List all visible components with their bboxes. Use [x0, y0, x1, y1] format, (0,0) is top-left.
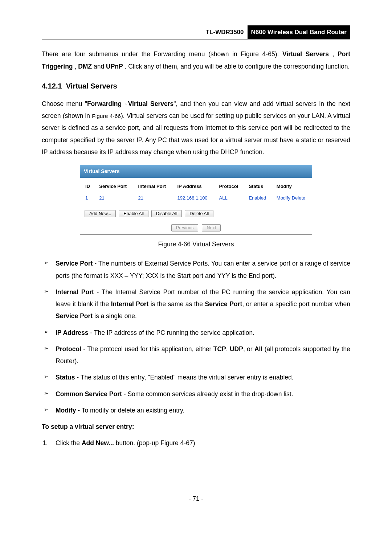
- def-b3: Service Port: [56, 312, 93, 320]
- previous-button: Previous: [171, 224, 199, 231]
- def-tail: is a single one.: [93, 312, 137, 320]
- desc-arrow: →: [122, 100, 128, 107]
- cell-internal-port: 21: [133, 192, 172, 204]
- step-number: 1.: [42, 437, 48, 449]
- setup-steps: 1. Click the Add New... button. (pop-up …: [42, 437, 350, 449]
- term-protocol: Protocol: [56, 345, 81, 353]
- term-modify: Modify: [56, 407, 76, 414]
- step-post: button. (pop-up Figure 4-67): [114, 439, 195, 447]
- intro-post: . Click any of them, and you will be abl…: [125, 63, 350, 70]
- intro-menu-virtual-servers: Virtual Servers: [282, 50, 329, 58]
- th-status: Status: [244, 181, 271, 193]
- table-row: 1 21 21 192.168.1.100 ALL Enabled Modify…: [80, 192, 312, 204]
- cell-status: Enabled: [244, 192, 271, 204]
- def-modify: - To modify or delete an existing entry.: [76, 407, 184, 414]
- panel-title: Virtual Servers: [80, 165, 312, 178]
- next-button: Next: [202, 224, 221, 231]
- virtual-servers-figure: Virtual Servers ID Service Port Internal…: [80, 165, 312, 235]
- list-item: Protocol - The protocol used for this ap…: [42, 343, 350, 368]
- header-product: N600 Wireless Dual Band Router: [248, 25, 350, 39]
- term-internal-port: Internal Port: [56, 288, 94, 296]
- cell-modify: Modify Delete: [271, 192, 312, 204]
- desc-menu-virtual-servers: Virtual Servers: [128, 100, 174, 107]
- term-common-service-port: Common Service Port: [56, 390, 122, 398]
- section-description: Choose menu "Forwarding→Virtual Servers"…: [42, 98, 350, 158]
- section-number: 4.12.1: [42, 82, 62, 90]
- def-pre: - The protocol used for this application…: [81, 345, 213, 353]
- th-service-port: Service Port: [94, 181, 133, 193]
- action-button-row: Add New... Enable All Disable All Delete…: [80, 204, 312, 221]
- def-udp: UDP: [230, 345, 243, 353]
- delete-all-button[interactable]: Delete All: [185, 210, 213, 217]
- intro-paragraph: There are four submenus under the Forwar…: [42, 48, 350, 73]
- definition-list: Service Port - The numbers of External S…: [42, 258, 350, 416]
- def-b1: Internal Port: [111, 300, 149, 308]
- intro-pre: There are four submenus under the Forwar…: [42, 50, 282, 58]
- setup-heading: To setup a virtual server entry:: [42, 421, 350, 433]
- enable-all-button[interactable]: Enable All: [119, 210, 148, 217]
- def-tcp: TCP: [213, 345, 226, 353]
- add-new-button[interactable]: Add New...: [85, 210, 116, 217]
- th-modify: Modify: [271, 181, 312, 193]
- virtual-servers-table: ID Service Port Internal Port IP Address…: [80, 181, 312, 204]
- intro-sep1: ,: [332, 50, 338, 58]
- cell-ip-address: 192.168.1.100: [172, 192, 214, 204]
- th-internal-port: Internal Port: [133, 181, 172, 193]
- intro-sep2: ,: [74, 63, 78, 70]
- term-status: Status: [56, 374, 75, 381]
- page-header: TL-WDR3500 N600 Wireless Dual Band Route…: [42, 25, 350, 40]
- nav-button-row: Previous Next: [80, 221, 312, 234]
- step-item: 1. Click the Add New... button. (pop-up …: [42, 437, 350, 449]
- def-sep1: ,: [226, 345, 230, 353]
- list-item: IP Address - The IP address of the PC ru…: [42, 327, 350, 339]
- def-b2: Service Port: [205, 300, 242, 308]
- def-mid: is the same as the: [148, 300, 205, 308]
- modify-link[interactable]: Modify: [277, 195, 290, 201]
- desc-figref: Figure 4-66: [92, 113, 121, 119]
- list-item: Status - The status of this entry, "Enab…: [42, 372, 350, 383]
- delete-link[interactable]: Delete: [292, 195, 306, 201]
- def-sep2: , or: [243, 345, 254, 353]
- list-item: Common Service Port - Some common servic…: [42, 388, 350, 400]
- list-item: Service Port - The numbers of External S…: [42, 258, 350, 282]
- th-ip-address: IP Address: [172, 181, 214, 193]
- intro-menu-upnp: UPnP: [106, 63, 123, 70]
- def-all: All: [254, 345, 262, 353]
- list-item: Internal Port - The Internal Service Por…: [42, 286, 350, 323]
- step-btn: Add New...: [82, 439, 114, 447]
- term-ip-address: IP Address: [56, 329, 88, 336]
- disable-all-button[interactable]: Disable All: [151, 210, 182, 217]
- def-common-service-port: - Some common services already exist in …: [122, 390, 293, 398]
- th-id: ID: [80, 181, 94, 193]
- intro-sep3: and: [94, 63, 106, 70]
- figure-caption: Figure 4-66 Virtual Servers: [42, 238, 350, 250]
- cell-id: 1: [80, 192, 94, 204]
- term-service-port: Service Port: [56, 260, 93, 267]
- page-number: - 71 -: [42, 493, 350, 505]
- header-model: TL-WDR3500: [206, 25, 248, 39]
- step-pre: Click the: [56, 439, 82, 447]
- def-ip-address: - The IP address of the PC running the s…: [88, 329, 254, 336]
- th-protocol: Protocol: [214, 181, 244, 193]
- def-post: , or enter a specific port number when: [242, 300, 350, 308]
- def-service-port: - The numbers of External Service Ports.…: [56, 260, 350, 279]
- section-title: Virtual Servers: [66, 82, 117, 90]
- def-status: - The status of this entry, "Enabled" me…: [75, 374, 293, 381]
- desc-pre: Choose menu ": [42, 100, 87, 107]
- table-header-row: ID Service Port Internal Port IP Address…: [80, 181, 312, 193]
- cell-protocol: ALL: [214, 192, 244, 204]
- section-heading: 4.12.1 Virtual Servers: [42, 79, 350, 93]
- list-item: Modify - To modify or delete an existing…: [42, 405, 350, 416]
- cell-service-port: 21: [94, 192, 133, 204]
- intro-menu-dmz: DMZ: [78, 63, 92, 70]
- desc-menu-forwarding: Forwarding: [87, 100, 122, 107]
